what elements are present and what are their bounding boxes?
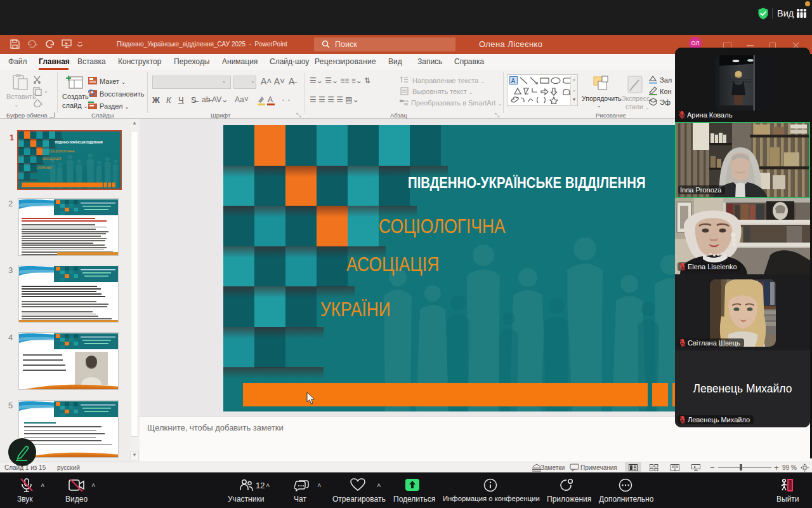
svg-text:А: А: [268, 95, 273, 104]
svg-text:А: А: [511, 77, 516, 84]
